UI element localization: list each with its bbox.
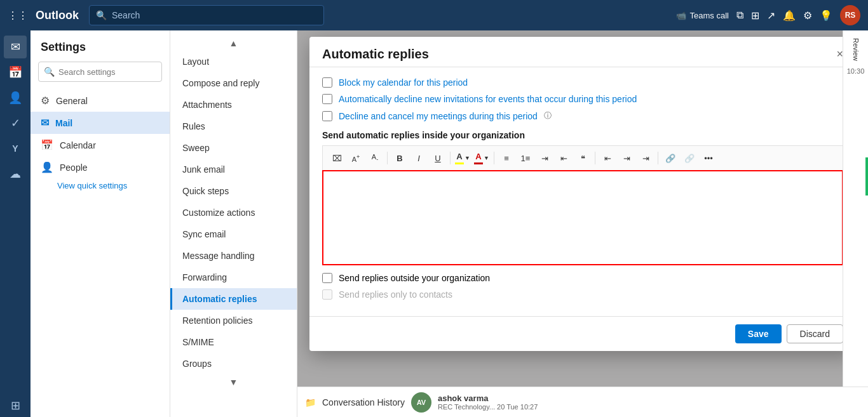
- nav-onedrive[interactable]: ☁: [4, 162, 27, 185]
- quote-icon: ❝: [581, 154, 585, 163]
- share-icon[interactable]: ↗: [767, 10, 775, 22]
- avatar[interactable]: RS: [840, 5, 860, 25]
- menu-handling[interactable]: Message handling: [170, 245, 297, 267]
- nav-yammer[interactable]: Y: [4, 137, 27, 160]
- italic-button[interactable]: I: [410, 150, 428, 166]
- teams-call-button[interactable]: 📹 Teams call: [676, 11, 729, 20]
- conversation-history-bar[interactable]: 📁 Conversation History AV ashok varma RE…: [297, 387, 868, 417]
- menu-groups[interactable]: Groups: [170, 353, 297, 374]
- discard-button[interactable]: Discard: [787, 324, 843, 343]
- indent-less-button[interactable]: ⇤: [555, 150, 573, 166]
- search-input[interactable]: [112, 10, 317, 20]
- link-icon: 🔗: [665, 154, 675, 163]
- nav-people[interactable]: 👤: [4, 86, 27, 109]
- info-icon[interactable]: ⓘ: [544, 110, 552, 121]
- settings-menu: ▲ Layout Compose and reply Attachments R…: [170, 30, 297, 417]
- bell-icon[interactable]: 🔔: [783, 10, 796, 22]
- nav-calendar[interactable]: 📅 Calendar: [31, 134, 170, 156]
- highlight-button[interactable]: A ▼: [454, 150, 471, 166]
- nav-calendar[interactable]: 📅: [4, 61, 27, 84]
- help-icon[interactable]: 💡: [820, 10, 832, 22]
- sep2: [450, 152, 451, 164]
- font-size-up-button[interactable]: A+: [347, 150, 365, 166]
- outside-org-label[interactable]: Send replies outside your organization: [339, 273, 490, 283]
- inside-org-label: Send automatic replies inside your organ…: [322, 130, 843, 140]
- indent-more-button[interactable]: ⇥: [536, 150, 553, 166]
- indent-more-icon: ⇥: [541, 154, 548, 163]
- more-options-icon: •••: [704, 154, 713, 163]
- bullets-button[interactable]: ≡: [498, 150, 515, 166]
- menu-sweep[interactable]: Sweep: [170, 137, 297, 159]
- menu-smime[interactable]: S/MIME: [170, 331, 297, 353]
- grid2-icon[interactable]: ⊞: [751, 10, 759, 22]
- block-calendar-label[interactable]: Block my calendar for this period: [339, 77, 468, 88]
- font-color-dropdown-icon[interactable]: ▼: [484, 155, 489, 161]
- menu-quicksteps[interactable]: Quick steps: [170, 180, 297, 202]
- align-right-button[interactable]: ⇥: [637, 150, 654, 166]
- highlight-dropdown-icon[interactable]: ▼: [465, 155, 470, 161]
- scroll-up-btn[interactable]: ▲: [170, 36, 297, 51]
- unlink-button[interactable]: 🔗: [681, 150, 698, 166]
- search-settings-box[interactable]: 🔍: [38, 62, 162, 82]
- grid-icon[interactable]: ⋮⋮: [8, 10, 28, 22]
- font-color-icon: A: [474, 152, 483, 164]
- search-settings-input[interactable]: [58, 67, 156, 77]
- settings-icon[interactable]: ⚙: [803, 10, 812, 22]
- search-bar[interactable]: 🔍: [89, 5, 324, 25]
- link-button[interactable]: 🔗: [661, 150, 679, 166]
- block-calendar-checkbox[interactable]: [322, 77, 332, 88]
- font-color-button[interactable]: A ▼: [473, 150, 491, 166]
- nav-general[interactable]: ⚙ General: [31, 89, 170, 112]
- save-button[interactable]: Save: [735, 324, 782, 343]
- underline-button[interactable]: U: [429, 150, 447, 166]
- nav-general-label: General: [56, 96, 88, 106]
- menu-rules[interactable]: Rules: [170, 116, 297, 137]
- outside-org-text: Send replies outside your organization: [339, 273, 490, 283]
- menu-forwarding[interactable]: Forwarding: [170, 267, 297, 288]
- decline-invitations-label[interactable]: Automatically decline new invitations fo…: [339, 94, 637, 104]
- align-left-icon: ⇤: [604, 154, 611, 163]
- sep4: [595, 152, 595, 164]
- nav-todo[interactable]: ✓: [4, 112, 27, 135]
- menu-retention[interactable]: Retention policies: [170, 310, 297, 331]
- scroll-down-btn[interactable]: ▼: [170, 374, 297, 390]
- outside-org-row: Send replies outside your organization: [322, 273, 843, 283]
- font-size-down-button[interactable]: A-: [366, 150, 384, 166]
- contacts-only-row: Send replies only to contacts: [322, 289, 843, 300]
- decline-invitations-checkbox[interactable]: [322, 94, 332, 104]
- align-left-button[interactable]: ⇤: [599, 150, 616, 166]
- left-nav: ✉ 📅 👤 ✓ Y ☁ ⊞: [0, 30, 31, 417]
- menu-customize[interactable]: Customize actions: [170, 202, 297, 223]
- align-center-icon: ⇥: [623, 154, 630, 163]
- contacts-only-checkbox: [322, 289, 332, 300]
- menu-layout[interactable]: Layout: [170, 51, 297, 72]
- nav-people[interactable]: 👤 People: [31, 156, 170, 178]
- menu-sync[interactable]: Sync email: [170, 223, 297, 245]
- more-options-button[interactable]: •••: [700, 150, 717, 166]
- align-center-button[interactable]: ⇥: [618, 150, 635, 166]
- block-calendar-text: Block my calendar for this period: [339, 77, 468, 88]
- popout-icon[interactable]: ⧉: [736, 10, 743, 21]
- decline-meetings-label[interactable]: Decline and cancel my meetings during th…: [339, 111, 538, 121]
- outside-org-checkbox[interactable]: [322, 273, 332, 283]
- menu-attachments[interactable]: Attachments: [170, 94, 297, 116]
- menu-compose[interactable]: Compose and reply: [170, 72, 297, 94]
- nav-apps[interactable]: ⊞: [4, 394, 27, 417]
- nav-mail[interactable]: ✉ Mail: [31, 112, 170, 134]
- menu-junk[interactable]: Junk email: [170, 159, 297, 180]
- numbering-icon: 1≡: [521, 154, 531, 163]
- video-icon: 📹: [676, 11, 686, 20]
- view-quick-settings-link[interactable]: View quick settings: [31, 178, 170, 195]
- time-label: 10:30: [847, 67, 865, 75]
- menu-autoreplies[interactable]: Automatic replies: [170, 288, 297, 310]
- decline-meetings-checkbox[interactable]: [322, 111, 332, 121]
- reply-editor[interactable]: [322, 170, 843, 265]
- nav-mail[interactable]: ✉: [4, 36, 27, 58]
- dialog-header: Automatic replies ×: [309, 37, 856, 67]
- clear-format-button[interactable]: ⌧: [328, 150, 346, 166]
- topbar: ⋮⋮ Outlook 🔍 📹 Teams call ⧉ ⊞ ↗ 🔔 ⚙ 💡 RS: [0, 0, 868, 30]
- quote-button[interactable]: ❝: [574, 150, 592, 166]
- numbering-button[interactable]: 1≡: [517, 150, 534, 166]
- bold-button[interactable]: B: [391, 150, 409, 166]
- teams-call-label: Teams call: [690, 11, 729, 20]
